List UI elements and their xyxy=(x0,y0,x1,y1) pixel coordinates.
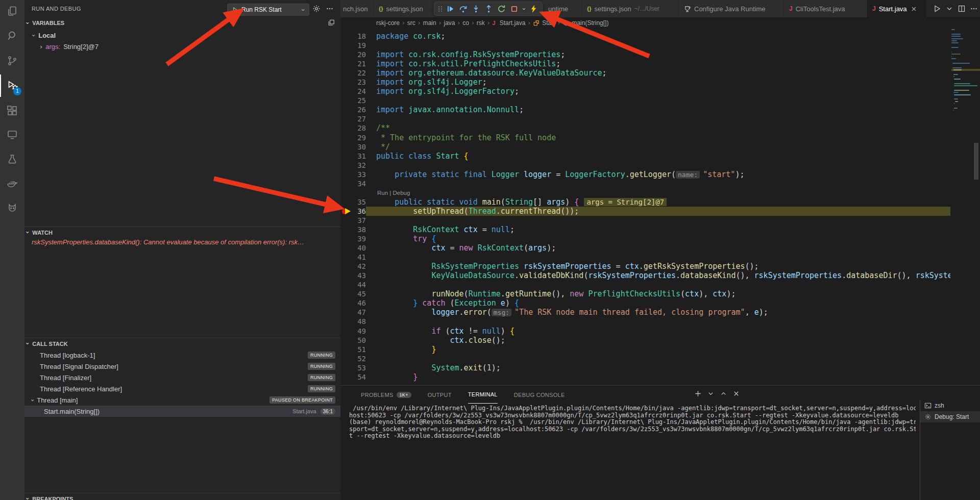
tab-CliToolsTest.java[interactable]: JCliToolsTest.java xyxy=(784,0,867,17)
split-editor-icon[interactable] xyxy=(958,5,966,13)
breakpoint-margin[interactable] xyxy=(340,179,353,188)
minimap[interactable] xyxy=(951,29,980,385)
code-line-35[interactable]: 35 public static void main(String[] args… xyxy=(340,197,950,207)
breakpoint-margin[interactable] xyxy=(340,354,353,363)
breakpoint-margin[interactable] xyxy=(340,152,353,161)
terminal-output[interactable]: /usr/bin/env /Library/Internet\ Plug-Ins… xyxy=(349,405,916,440)
activity-item-source-control-icon[interactable] xyxy=(0,49,24,72)
continue-icon[interactable] xyxy=(444,3,457,15)
code-line-29[interactable]: 29 * The entrypoint for the RSK full nod… xyxy=(340,133,950,142)
code-line-19[interactable]: 19 xyxy=(340,41,950,50)
code-line-51[interactable]: 51 } xyxy=(340,345,950,354)
breakpoint-margin[interactable] xyxy=(340,372,353,382)
code-line-54[interactable]: 54 } xyxy=(340,372,950,382)
terminal-instance-Debug: Start[interactable]: Debug: Start xyxy=(920,411,980,422)
code-line-52[interactable]: 52 xyxy=(340,354,950,363)
chevron-down-icon[interactable]: › xyxy=(302,6,305,14)
breakpoint-margin[interactable] xyxy=(340,41,353,50)
panel-tab-TERMINAL[interactable]: TERMINAL xyxy=(468,386,498,404)
code-line-41[interactable]: 41 xyxy=(340,253,950,262)
chevron-icon[interactable] xyxy=(521,3,527,15)
tab-Start.java[interactable]: JStart.java× xyxy=(867,0,927,17)
watch-section-header[interactable]: ›WATCH xyxy=(24,227,340,238)
activity-item-extensions-icon[interactable] xyxy=(0,99,24,122)
close-icon[interactable]: × xyxy=(911,5,917,13)
breakpoints-section-header[interactable]: ›BREAKPOINTS xyxy=(24,493,340,500)
breadcrumb-item-src[interactable]: src xyxy=(407,19,415,27)
code-line-44[interactable]: 44 xyxy=(340,280,950,289)
code-line-47[interactable]: 47 logger.error(msg:"The RSK node main t… xyxy=(340,308,950,317)
breakpoint-margin[interactable] xyxy=(340,133,353,142)
hot-code-replace-icon[interactable] xyxy=(527,3,540,15)
grip-icon[interactable] xyxy=(436,3,444,15)
close-panel-icon[interactable] xyxy=(732,390,740,399)
breakpoint-margin[interactable] xyxy=(340,262,353,271)
activity-item-pet-icon[interactable] xyxy=(0,197,24,219)
breakpoint-margin[interactable] xyxy=(340,327,353,336)
code-line-25[interactable]: 25 xyxy=(340,96,950,105)
breakpoint-margin[interactable] xyxy=(340,78,353,87)
breadcrumb[interactable]: rskj-core›src›main›java›co›rsk›JStart.ja… xyxy=(340,17,980,29)
code-line-34[interactable]: 34 xyxy=(340,179,950,188)
breakpoint-margin[interactable] xyxy=(340,50,353,59)
code-line-42[interactable]: 42 RskSystemProperties rskSystemProperti… xyxy=(340,262,950,271)
stop-icon[interactable] xyxy=(508,3,521,15)
breadcrumb-item-rskj-core[interactable]: rskj-core xyxy=(376,19,400,27)
run-icon[interactable] xyxy=(933,5,941,13)
watch-expression[interactable]: rskSystemProperties.databaseKind(): Cann… xyxy=(32,238,333,246)
call-stack-thread[interactable]: Thread [Reference Handler]RUNNING xyxy=(24,383,340,394)
call-stack-section-header[interactable]: ›CALL STACK xyxy=(24,338,340,349)
code-line-33[interactable]: 33 private static final Logger logger = … xyxy=(340,170,950,179)
step-over-icon[interactable] xyxy=(457,3,470,15)
terminal-dropdown-icon[interactable] xyxy=(707,390,715,399)
maximize-panel-icon[interactable] xyxy=(720,390,727,399)
chevron-down-icon[interactable] xyxy=(945,5,953,13)
tab-settings.json[interactable]: {}settings.json~/.../User xyxy=(582,0,678,17)
code-line-46[interactable]: 46 } catch (Exception e) { xyxy=(340,298,950,308)
breakpoint-margin[interactable] xyxy=(340,345,353,354)
breakpoint-margin[interactable] xyxy=(340,114,353,123)
panel-tab-DEBUG CONSOLE[interactable]: DEBUG CONSOLE xyxy=(514,386,565,404)
breakpoint-margin[interactable] xyxy=(340,59,353,68)
step-out-icon[interactable] xyxy=(482,3,495,15)
call-stack-thread[interactable]: Thread [Signal Dispatcher]RUNNING xyxy=(24,361,340,372)
call-stack-thread[interactable]: ›Thread [main]PAUSED ON BREAKPOINT xyxy=(24,394,340,406)
terminal-instance-zsh[interactable]: zsh xyxy=(920,400,980,411)
breakpoint-margin[interactable] xyxy=(340,234,353,243)
activity-item-search-icon[interactable] xyxy=(0,24,24,47)
breakpoint-margin[interactable] xyxy=(340,243,353,253)
variables-scope-local[interactable]: › Local xyxy=(24,30,340,41)
code-line-48[interactable]: 48 xyxy=(340,317,950,326)
breakpoint-margin[interactable] xyxy=(340,87,353,96)
variable-args-row[interactable]: › args: String[2]@7 xyxy=(24,41,340,52)
code-editor[interactable]: 18package co.rsk;1920import co.rsk.confi… xyxy=(340,32,950,382)
breadcrumb-item-rsk[interactable]: rsk xyxy=(477,19,485,27)
breakpoint-margin[interactable] xyxy=(340,68,353,78)
tab-settings.json[interactable]: {}settings.json xyxy=(374,0,437,17)
breakpoint-margin[interactable] xyxy=(340,32,353,41)
code-line-49[interactable]: 49 if (ctx != null) { xyxy=(340,327,950,336)
code-line-24[interactable]: 24import org.slf4j.LoggerFactory; xyxy=(340,87,950,96)
breadcrumb-item-main(String[])[interactable]: main(String[]) xyxy=(562,19,608,27)
step-into-icon[interactable] xyxy=(470,3,482,15)
breakpoint-margin[interactable] xyxy=(340,96,353,105)
breakpoint-margin[interactable] xyxy=(340,161,353,170)
breadcrumb-item-main[interactable]: main xyxy=(423,19,436,27)
code-line-31[interactable]: 31public class Start { xyxy=(340,152,950,161)
code-line-37[interactable]: 37 xyxy=(340,216,950,225)
new-terminal-icon[interactable] xyxy=(694,390,702,399)
codelens-run-debug[interactable]: Run | Debug xyxy=(340,188,950,197)
code-line-22[interactable]: 22import org.ethereum.datasource.KeyValu… xyxy=(340,68,950,78)
tab-nch.json[interactable]: nch.json xyxy=(340,0,374,17)
breakpoint-margin[interactable] xyxy=(340,216,353,225)
gear-icon[interactable] xyxy=(312,5,322,14)
breakpoint-margin[interactable] xyxy=(340,308,353,317)
code-line-27[interactable]: 27 xyxy=(340,114,950,123)
breakpoint-margin[interactable] xyxy=(340,280,353,289)
breakpoint-margin[interactable] xyxy=(340,123,353,133)
breakpoint-margin[interactable] xyxy=(340,363,353,372)
code-line-26[interactable]: 26import javax.annotation.Nonnull; xyxy=(340,105,950,114)
code-line-36[interactable]: 36 setUpThread(Thread.currentThread()); xyxy=(340,207,950,216)
breakpoint-margin[interactable] xyxy=(340,271,353,280)
panel-tab-PROBLEMS[interactable]: PROBLEMS1K+ xyxy=(361,386,411,404)
